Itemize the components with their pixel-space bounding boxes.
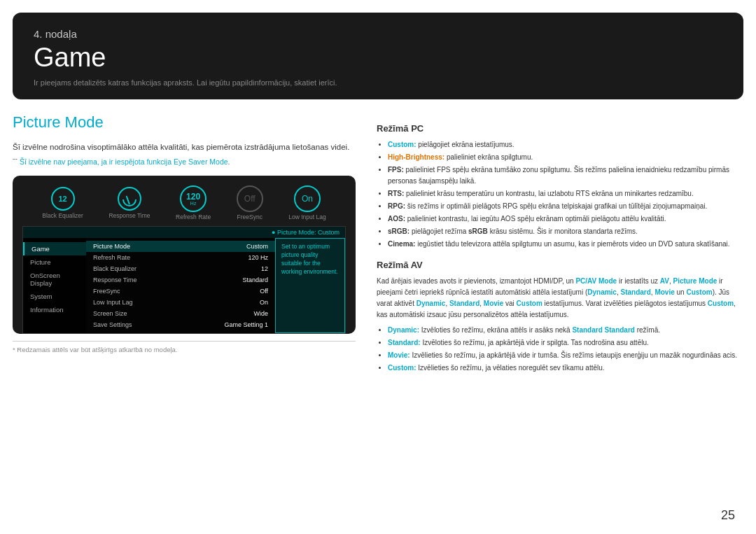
monitor-topbar: 12 Black Equalizer Response Time 120 bbox=[22, 185, 346, 226]
term-srgb: sRGB: bbox=[388, 227, 410, 235]
av-intro-text: Kad ārējais ievades avots ir pievienots,… bbox=[377, 276, 743, 321]
list-item: Movie: Izvēlieties šo režīmu, ja apkārtē… bbox=[388, 350, 743, 361]
standard-term: Standard bbox=[621, 288, 651, 296]
left-column: Picture Mode Šī izvēlne nodrošina visopt… bbox=[13, 113, 356, 378]
list-item: Standard: Izvēloties šo režīmu, ja apkār… bbox=[388, 337, 743, 349]
refresh-rate-circle: 120 Hz bbox=[180, 185, 206, 212]
black-equalizer-value: 12 bbox=[58, 195, 66, 203]
list-item: High-Brightness: palieliniet ekrāna spil… bbox=[388, 152, 743, 163]
osd-label-black-equalizer: Black Equalizer bbox=[93, 265, 136, 272]
term-dynamic-av: Dynamic: bbox=[388, 326, 419, 334]
osd-sidebar-game[interactable]: Game bbox=[23, 242, 86, 255]
term-high-brightness: High-Brightness: bbox=[388, 153, 444, 161]
custom-term4: Custom bbox=[708, 300, 734, 307]
response-time-label: Response Time bbox=[108, 212, 150, 219]
osd-sidebar-onscreen-display[interactable]: OnScreen Display bbox=[23, 269, 86, 290]
osd-sidebar: Game Picture OnScreen Display System Inf… bbox=[23, 238, 86, 333]
osd-picture-mode-bar: ● Picture Mode: Custom bbox=[23, 227, 345, 238]
av-term: AV bbox=[660, 277, 669, 285]
osd-value-save-settings: Game Setting 1 bbox=[224, 321, 268, 328]
picture-mode-term: Picture Mode bbox=[673, 277, 718, 285]
osd-row-response-time[interactable]: Response Time Standard bbox=[86, 274, 275, 286]
freesync-icon-group: Off FreeSync bbox=[237, 185, 263, 220]
standard-ref: Standard bbox=[572, 326, 602, 334]
list-item: FPS: palieliniet FPS spēļu ekrāna tumšāk… bbox=[388, 164, 743, 187]
refresh-rate-unit: Hz bbox=[190, 201, 197, 206]
dynamic-term: Dynamic bbox=[587, 288, 617, 296]
freesync-value: Off bbox=[244, 194, 255, 204]
list-item: Custom: Izvēlieties šo režīmu, ja vēlati… bbox=[388, 363, 743, 374]
left-note-text: Šī izvēlne nav pieejama, ja ir iespējota… bbox=[20, 157, 174, 166]
response-time-circle bbox=[118, 187, 141, 211]
footnote-text: * Redzamais attēls var būt atšķirīgs atk… bbox=[13, 346, 356, 353]
osd-label-save-settings: Save Settings bbox=[93, 321, 132, 328]
osd-value-screen-size: Wide bbox=[253, 310, 268, 317]
pc-mode-title: Režīmā PC bbox=[377, 123, 743, 134]
osd-row-low-input-lag[interactable]: Low Input Lag On bbox=[86, 297, 275, 308]
osd-value-freesync: Off bbox=[260, 288, 268, 295]
page-number: 25 bbox=[721, 508, 735, 523]
response-time-arc bbox=[122, 199, 136, 206]
list-item: Custom: pielāgojiet ekrāna iestatījumus. bbox=[388, 139, 743, 150]
osd-label-response-time: Response Time bbox=[93, 276, 137, 283]
black-equalizer-label: Black Equalizer bbox=[42, 212, 83, 219]
left-description: Šī izvēlne nodrošina visoptimālāko attēl… bbox=[13, 141, 356, 153]
osd-body: Game Picture OnScreen Display System Inf… bbox=[23, 238, 345, 333]
header: 4. nodaļa Game Ir pieejams detalizēts ka… bbox=[13, 13, 743, 99]
term-custom: Custom: bbox=[388, 141, 416, 148]
page-title: Game bbox=[34, 43, 722, 73]
osd-label-screen-size: Screen Size bbox=[93, 310, 127, 317]
standard-term2: Standard bbox=[449, 300, 479, 307]
osd-label-freesync: FreeSync bbox=[93, 288, 120, 295]
list-item: AOS: palieliniet kontrastu, lai iegūtu A… bbox=[388, 213, 743, 225]
left-note: ˉˉ Šī izvēlne nav pieejama, ja ir iespēj… bbox=[13, 157, 356, 166]
term-aos: AOS: bbox=[388, 215, 405, 223]
low-input-lag-label: Low Input Lag bbox=[288, 213, 326, 220]
custom-term3: Custom bbox=[517, 300, 542, 307]
term-custom-av: Custom: bbox=[388, 364, 416, 372]
refresh-rate-icon-group: 120 Hz Refresh Rate bbox=[176, 185, 211, 220]
main-content: Picture Mode Šī izvēlne nodrošina visopt… bbox=[13, 113, 743, 378]
term-cinema: Cinema: bbox=[388, 240, 415, 248]
osd-row-screen-size[interactable]: Screen Size Wide bbox=[86, 308, 275, 319]
list-item: Cinema: iegūstiet tādu televizora attēla… bbox=[388, 239, 743, 250]
response-time-icon-group: Response Time bbox=[108, 187, 150, 219]
term-rpg: RPG: bbox=[388, 202, 405, 210]
osd-row-save-settings[interactable]: Save Settings Game Setting 1 bbox=[86, 319, 275, 330]
eye-saver-link[interactable]: Eye Saver Mode bbox=[174, 157, 228, 166]
list-item: Dynamic: Izvēloties šo režīmu, ekrāna at… bbox=[388, 325, 743, 336]
low-input-lag-circle: On bbox=[294, 185, 321, 212]
osd-sidebar-system[interactable]: System bbox=[23, 290, 86, 303]
black-equalizer-icon-group: 12 Black Equalizer bbox=[42, 187, 83, 219]
movie-term: Movie bbox=[654, 288, 674, 296]
osd-value-response-time: Standard bbox=[242, 276, 268, 283]
list-item: sRGB: pielāgojiet režīma sRGB krāsu sist… bbox=[388, 226, 743, 237]
pc-bullet-list: Custom: pielāgojiet ekrāna iestatījumus.… bbox=[377, 139, 743, 250]
osd-value-black-equalizer: 12 bbox=[261, 265, 268, 272]
term-movie-av: Movie: bbox=[388, 351, 410, 359]
osd-row-picture-mode[interactable]: Picture Mode Custom bbox=[86, 241, 275, 252]
header-description: Ir pieejams detalizēts katras funkcijas … bbox=[34, 78, 722, 87]
standard-ref2: Standard bbox=[605, 326, 635, 334]
term-fps: FPS: bbox=[388, 166, 404, 174]
black-equalizer-circle: 12 bbox=[51, 187, 75, 211]
osd-row-freesync[interactable]: FreeSync Off bbox=[86, 286, 275, 297]
osd-label-low-input-lag: Low Input Lag bbox=[93, 299, 133, 306]
osd-main-menu: Picture Mode Custom Refresh Rate 120 Hz … bbox=[86, 238, 275, 333]
osd-menu: ● Picture Mode: Custom Game Picture OnSc… bbox=[22, 226, 346, 334]
picture-mode-title: Picture Mode bbox=[13, 113, 356, 132]
osd-sidebar-information[interactable]: Information bbox=[23, 303, 86, 316]
osd-row-refresh-rate[interactable]: Refresh Rate 120 Hz bbox=[86, 252, 275, 263]
movie-term2: Movie bbox=[484, 300, 503, 307]
osd-row-black-equalizer[interactable]: Black Equalizer 12 bbox=[86, 263, 275, 274]
osd-sidebar-picture[interactable]: Picture bbox=[23, 255, 86, 269]
right-column: Režīmā PC Custom: pielāgojiet ekrāna ies… bbox=[377, 113, 743, 378]
osd-value-refresh-rate: 120 Hz bbox=[248, 254, 268, 261]
low-input-lag-icon-group: On Low Input Lag bbox=[288, 185, 326, 220]
freesync-label: FreeSync bbox=[237, 213, 262, 220]
freesync-circle: Off bbox=[237, 185, 263, 212]
list-item: RPG: šis režīms ir optimāli pielāgots RP… bbox=[388, 201, 743, 212]
list-item: RTS: palieliniet krāsu temperatūru un ko… bbox=[388, 188, 743, 199]
osd-label-picture-mode: Picture Mode bbox=[93, 243, 130, 250]
osd-tooltip: Set to an optimum picture quality suitab… bbox=[275, 238, 345, 333]
